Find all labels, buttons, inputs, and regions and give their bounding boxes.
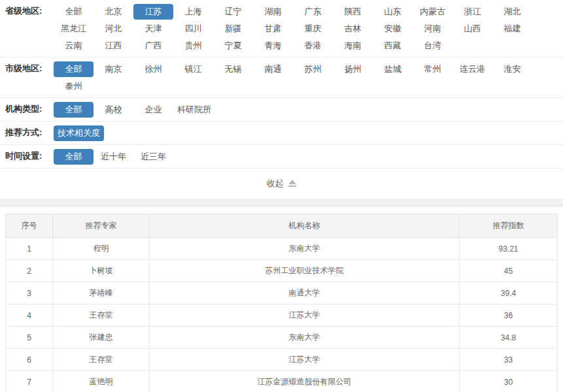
filter-option-city[interactable]: 常州 (413, 61, 452, 77)
table-row: 4王存堂江苏大学36 (6, 304, 558, 327)
column-header: 推荐指数 (460, 214, 558, 238)
filter-option-city[interactable]: 南京 (94, 61, 133, 77)
filter-option-province[interactable]: 广东 (293, 4, 333, 20)
column-header: 机构名称 (150, 214, 460, 238)
table-row: 1程明东南大学93.21 (6, 238, 558, 260)
filter-option-province[interactable]: 山西 (452, 21, 492, 37)
org-name: 南通大学 (150, 282, 460, 304)
filter-option-city[interactable]: 无锡 (213, 61, 253, 77)
filter-option-org-type[interactable]: 科研院所 (173, 102, 215, 118)
filter-option-time-range[interactable]: 近三年 (133, 149, 173, 165)
column-header: 推荐专家 (53, 214, 150, 238)
filter-option-province[interactable]: 江苏 (133, 4, 173, 20)
filter-option-city[interactable]: 盐城 (373, 61, 413, 77)
table-header-row: 序号推荐专家机构名称推荐指数 (6, 214, 558, 238)
filter-label-city: 市级地区: (0, 61, 54, 74)
filter-label-time-range: 时间设置: (0, 148, 54, 162)
filter-option-province[interactable]: 云南 (54, 38, 94, 54)
filter-option-province[interactable]: 台湾 (413, 38, 452, 54)
filter-option-province[interactable]: 湖南 (253, 4, 293, 20)
filter-option-province[interactable]: 江西 (94, 38, 133, 54)
filter-option-org-type[interactable]: 企业 (133, 102, 173, 118)
filter-option-province[interactable]: 宁夏 (213, 38, 253, 54)
filter-option-province[interactable]: 浙江 (452, 4, 492, 20)
row-index: 5 (6, 327, 53, 349)
filter-option-province[interactable]: 西藏 (373, 38, 413, 54)
filter-option-province[interactable]: 甘肃 (253, 21, 293, 37)
filter-option-city[interactable]: 镇江 (173, 61, 213, 77)
experts-table: 序号推荐专家机构名称推荐指数 1程明东南大学93.212卜树坡苏州工业职业技术学… (5, 214, 558, 392)
row-index: 2 (6, 260, 53, 282)
filter-option-province[interactable]: 全部 (54, 4, 94, 20)
filter-option-province[interactable]: 湖北 (492, 4, 532, 20)
filter-panel: 省级地区:全部北京江苏上海辽宁湖南广东陕西山东内蒙古浙江湖北黑龙江河北天津四川新… (0, 0, 563, 169)
filter-option-province[interactable]: 重庆 (293, 21, 333, 37)
filter-option-city[interactable]: 徐州 (133, 61, 173, 77)
filter-option-province[interactable]: 青海 (253, 38, 293, 54)
org-name: 江苏大学 (150, 349, 460, 371)
table-row: 3茅靖峰南通大学39.4 (6, 282, 558, 304)
filter-option-rec-method[interactable]: 技术相关度 (54, 125, 104, 141)
filter-option-city[interactable]: 泰州 (54, 78, 94, 94)
score-value: 39.4 (460, 282, 558, 304)
filter-options-city: 全部南京徐州镇江无锡南通苏州扬州盐城常州连云港淮安泰州 (54, 61, 563, 95)
filter-option-province[interactable]: 河南 (413, 21, 452, 37)
collapse-row: 收起 (0, 169, 563, 198)
filter-option-city[interactable]: 连云港 (452, 61, 492, 77)
row-index: 3 (6, 282, 53, 304)
column-header: 序号 (6, 214, 53, 238)
results-table-container: 序号推荐专家机构名称推荐指数 1程明东南大学93.212卜树坡苏州工业职业技术学… (5, 214, 558, 392)
filter-section-province: 省级地区:全部北京江苏上海辽宁湖南广东陕西山东内蒙古浙江湖北黑龙江河北天津四川新… (0, 0, 563, 57)
filter-label-org-type: 机构类型: (0, 101, 54, 115)
filter-option-province[interactable]: 河北 (94, 21, 133, 37)
filter-option-province[interactable]: 天津 (133, 21, 173, 37)
filter-option-province[interactable]: 四川 (173, 21, 213, 37)
filter-option-province[interactable]: 广西 (133, 38, 173, 54)
filter-options-org-type: 全部高校企业科研院所 (54, 101, 563, 118)
score-value: 45 (460, 260, 558, 282)
filter-options-rec-method: 技术相关度 (54, 125, 563, 142)
filter-option-org-type[interactable]: 高校 (94, 102, 133, 118)
filter-option-city[interactable]: 苏州 (293, 61, 333, 77)
filter-option-city[interactable]: 淮安 (492, 61, 532, 77)
filter-option-province[interactable]: 北京 (94, 4, 133, 20)
filter-section-city: 市级地区:全部南京徐州镇江无锡南通苏州扬州盐城常州连云港淮安泰州 (0, 57, 563, 98)
filter-option-province[interactable]: 黑龙江 (54, 21, 94, 37)
collapse-toggle[interactable]: 收起 (267, 178, 297, 189)
filter-option-province[interactable]: 山东 (373, 4, 413, 20)
expert-name: 茅靖峰 (53, 282, 150, 304)
filter-option-province[interactable]: 吉林 (333, 21, 373, 37)
row-index: 4 (6, 304, 53, 327)
filter-option-province[interactable]: 贵州 (173, 38, 213, 54)
org-name: 苏州工业职业技术学院 (150, 260, 460, 282)
expert-name: 张建忠 (53, 327, 150, 349)
filter-option-province[interactable]: 安徽 (373, 21, 413, 37)
filter-option-province[interactable]: 辽宁 (213, 4, 253, 20)
filter-option-city[interactable]: 扬州 (333, 61, 373, 77)
filter-label-province: 省级地区: (0, 3, 54, 17)
filter-option-org-type[interactable]: 全部 (54, 102, 94, 118)
filter-option-city[interactable]: 南通 (253, 61, 293, 77)
table-row: 7蓝艳明江苏金源锻造股份有限公司30 (6, 371, 558, 392)
score-value: 33 (460, 349, 558, 371)
filter-option-province[interactable]: 新疆 (213, 21, 253, 37)
filter-section-org-type: 机构类型:全部高校企业科研院所 (0, 98, 563, 122)
filter-option-city[interactable]: 全部 (54, 61, 94, 77)
filter-option-province[interactable]: 海南 (333, 38, 373, 54)
org-name: 东南大学 (150, 327, 460, 349)
row-index: 6 (6, 349, 53, 371)
filter-section-time-range: 时间设置:全部近十年近三年 (0, 145, 563, 169)
filter-option-province[interactable]: 福建 (492, 21, 532, 37)
filter-option-time-range[interactable]: 全部 (54, 149, 94, 165)
filter-option-province[interactable]: 内蒙古 (413, 4, 452, 20)
filter-option-province[interactable]: 陕西 (333, 4, 373, 20)
filter-option-time-range[interactable]: 近十年 (94, 149, 133, 165)
section-separator (0, 199, 563, 207)
filter-options-time-range: 全部近十年近三年 (54, 148, 563, 165)
table-row: 5张建忠东南大学34.8 (6, 327, 558, 349)
expert-name: 蓝艳明 (53, 371, 150, 392)
filter-option-province[interactable]: 上海 (173, 4, 213, 20)
filter-option-province[interactable]: 香港 (293, 38, 333, 54)
score-value: 30 (460, 371, 558, 392)
table-row: 6王存堂江苏大学33 (6, 349, 558, 371)
